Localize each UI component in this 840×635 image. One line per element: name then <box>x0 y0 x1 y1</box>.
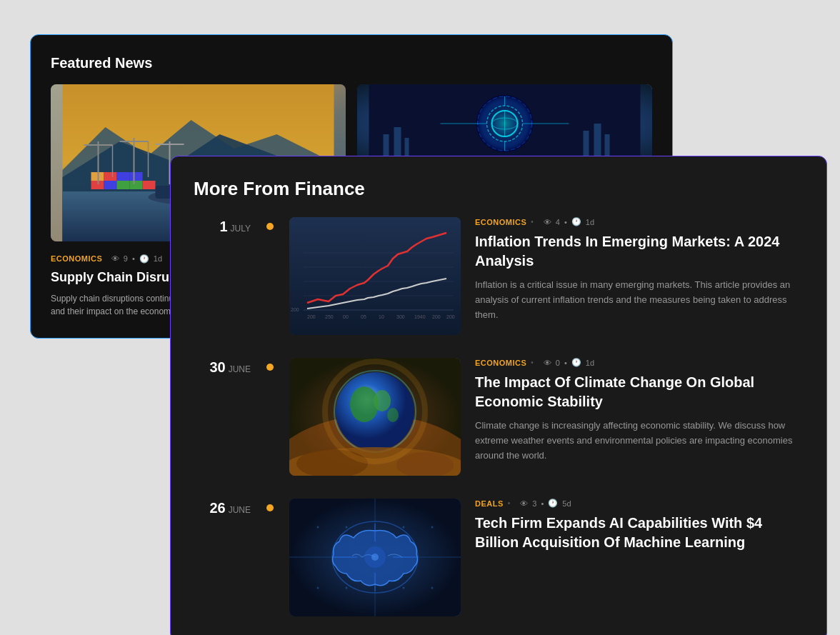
article-earth-image <box>289 358 461 476</box>
timeline-content-1: 200 250 00 05 10 300 1940 200 200 200 EC… <box>289 217 804 335</box>
article-category-2: ECONOMICS <box>475 359 526 367</box>
svg-text:1940: 1940 <box>414 314 426 319</box>
timeline-date-1: 1JULY <box>194 217 251 335</box>
eye-icon-3: 👁 <box>544 218 551 226</box>
svg-text:200: 200 <box>291 307 299 312</box>
article-headline-2: The Impact Of Climate Change On Global E… <box>475 373 804 411</box>
dot-sep: • <box>132 254 135 263</box>
svg-rect-8 <box>104 172 117 181</box>
svg-text:300: 300 <box>396 314 405 319</box>
svg-rect-9 <box>117 172 130 181</box>
timeline-indicator-1 <box>265 217 275 335</box>
timeline-date-2: 30JUNE <box>194 358 251 476</box>
svg-text:00: 00 <box>343 314 349 319</box>
svg-rect-35 <box>594 124 601 156</box>
article-headline-3: Tech Firm Expands AI Capabilities With $… <box>475 514 804 552</box>
clock-icon-3: 🕐 <box>571 217 581 226</box>
category-tag-1: ECONOMICS <box>51 254 102 263</box>
svg-rect-5 <box>104 181 117 189</box>
svg-text:05: 05 <box>361 314 366 319</box>
timeline-dot-2 <box>266 364 274 371</box>
featured-news-title: Featured News <box>51 55 652 71</box>
svg-point-60 <box>374 390 391 411</box>
eye-icon: 👁 <box>111 254 119 263</box>
svg-point-80 <box>371 554 379 561</box>
svg-point-76 <box>403 587 405 589</box>
svg-point-73 <box>431 526 434 529</box>
svg-rect-32 <box>394 127 401 156</box>
article-category-row-1: ECONOMICS • 👁 4 • 🕐 1d <box>475 217 804 226</box>
finance-card: More From Finance 1JULY <box>170 156 827 635</box>
timeline-item-1[interactable]: 1JULY <box>194 217 804 335</box>
svg-rect-12 <box>130 172 143 181</box>
article-headline-1: Inflation Trends In Emerging Markets: A … <box>475 232 804 271</box>
svg-point-61 <box>387 408 399 422</box>
timeline-dot-1 <box>266 223 274 230</box>
timeline-content-2: ECONOMICS • 👁 0 • 🕐 1d The Impact Of Cli… <box>289 358 804 476</box>
timeline-item-3[interactable]: 26JUNE <box>194 499 804 616</box>
article-category-row-2: ECONOMICS • 👁 0 • 🕐 1d <box>475 358 804 367</box>
finance-section-title: More From Finance <box>194 178 804 200</box>
timeline-date-3: 26JUNE <box>194 499 251 616</box>
article-body-3: DEALS • 👁 3 • 🕐 5d Tech Firm Expands AI … <box>475 499 804 616</box>
article-meta-3: 👁 3 • 🕐 5d <box>520 499 571 508</box>
article-desc-2: Climate change is increasingly affecting… <box>475 419 804 463</box>
svg-point-77 <box>431 587 434 589</box>
article-body-1: ECONOMICS • 👁 4 • 🕐 1d Inflation Trends … <box>475 217 804 335</box>
svg-text:200: 200 <box>446 314 455 319</box>
svg-point-70 <box>317 526 319 529</box>
featured-side-image <box>357 84 652 163</box>
article-category-3: DEALS <box>475 499 504 508</box>
featured-main-meta: 👁 9 • 🕐 1d <box>111 254 162 264</box>
article-brain-image <box>289 499 461 616</box>
earth-svg <box>289 358 461 476</box>
article-category-row-3: DEALS • 👁 3 • 🕐 5d <box>475 499 804 508</box>
timeline-item-2[interactable]: 30JUNE <box>194 358 804 476</box>
svg-rect-33 <box>405 138 409 156</box>
clock-icon-4: 🕐 <box>571 358 581 367</box>
tech-city-svg <box>357 84 652 163</box>
svg-point-71 <box>346 526 348 529</box>
svg-text:200: 200 <box>432 314 441 319</box>
article-meta-1: 👁 4 • 🕐 1d <box>544 217 594 226</box>
svg-rect-31 <box>384 134 389 156</box>
svg-rect-36 <box>605 134 610 156</box>
svg-point-74 <box>317 587 319 589</box>
svg-rect-11 <box>143 181 156 189</box>
inflation-chart: 200 250 00 05 10 300 1940 200 200 200 <box>289 217 461 335</box>
article-meta-2: 👁 0 • 🕐 1d <box>544 358 594 367</box>
brain-svg <box>289 499 461 616</box>
svg-text:250: 250 <box>325 314 334 319</box>
tech-city-bg <box>357 84 652 163</box>
svg-point-72 <box>403 526 405 529</box>
article-chart-image: 200 250 00 05 10 300 1940 200 200 200 <box>289 217 461 335</box>
clock-icon-5: 🕐 <box>548 499 558 508</box>
timeline-indicator-3 <box>265 499 275 616</box>
svg-text:10: 10 <box>379 314 384 319</box>
article-body-2: ECONOMICS • 👁 0 • 🕐 1d The Impact Of Cli… <box>475 358 804 476</box>
svg-rect-10 <box>130 181 143 189</box>
svg-rect-34 <box>584 131 589 156</box>
svg-point-75 <box>346 587 348 589</box>
article-category-1: ECONOMICS <box>475 218 526 226</box>
svg-text:200: 200 <box>307 314 316 319</box>
timeline-indicator-2 <box>265 358 275 476</box>
timeline-dot-3 <box>266 504 274 511</box>
svg-rect-6 <box>117 181 130 189</box>
clock-icon: 🕐 <box>139 254 149 264</box>
article-desc-1: Inflation is a critical issue in many em… <box>475 278 804 322</box>
eye-icon-4: 👁 <box>544 359 551 367</box>
eye-icon-5: 👁 <box>520 499 528 508</box>
timeline-content-3: DEALS • 👁 3 • 🕐 5d Tech Firm Expands AI … <box>289 499 804 616</box>
